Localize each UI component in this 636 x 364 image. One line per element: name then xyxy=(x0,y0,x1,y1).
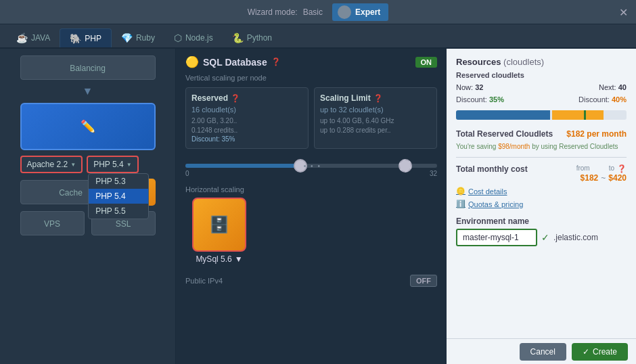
cloudlets-slider[interactable]: • • • 0 32 xyxy=(185,156,437,176)
section-title: SQL Database xyxy=(203,57,267,68)
quotas-pricing-text: Quotas & pricing xyxy=(468,200,523,208)
discount-row: Discount: 35% Discount: 40% xyxy=(456,95,627,104)
close-button[interactable]: ✕ xyxy=(619,5,628,18)
reserved-cloudlets-label: Reserved cloudlets xyxy=(456,71,627,79)
progress-yellow xyxy=(552,110,604,120)
discount-now: Discount: 35% xyxy=(456,95,504,104)
slider-max-label: 32 xyxy=(430,170,437,177)
ruby-icon: 💎 xyxy=(121,32,133,43)
reserved-card-info2: 0.1248 credits.. xyxy=(191,126,302,135)
mysql-icon-wrapper: 🗄️ xyxy=(192,198,246,252)
cost-to: $420 xyxy=(608,173,627,183)
pencil-icon: ✏️ xyxy=(81,119,95,134)
middle-panel: 🟡 SQL Database ❓ ON Vertical scaling per… xyxy=(176,49,447,364)
apache-dropdown-arrow: ▼ xyxy=(70,162,76,168)
tab-nodejs[interactable]: ⬡ Node.js xyxy=(164,28,223,47)
wizard-expert[interactable]: Expert xyxy=(332,3,388,21)
main-content: Balancing ▼ ✏️ Apache 2.2 ▼ PHP 5.4 ▼ PH… xyxy=(0,49,636,364)
tab-java[interactable]: ☕ JAVA xyxy=(7,28,60,47)
resources-title: Resources (cloudlets) xyxy=(456,57,544,67)
php-dropdown-arrow: ▼ xyxy=(127,162,132,168)
mysql-label-text: MySql 5.6 xyxy=(196,254,231,264)
discount-label-now: Discount: xyxy=(456,95,487,104)
mysql-icon: 🗄️ xyxy=(209,215,229,234)
mysql-area: 🗄️ MySql 5.6 ▼ xyxy=(185,198,253,264)
discount-label-next: Discount: xyxy=(578,95,610,104)
create-button[interactable]: ✓ Create xyxy=(572,343,628,361)
wizard-bar: Wizard mode: Basic Expert ✕ xyxy=(0,0,636,24)
reserved-title-text: Reserved xyxy=(191,93,228,103)
section-help-icon[interactable]: ❓ xyxy=(271,58,281,66)
language-tabs: ☕ JAVA 🐘 PHP 💎 Ruby ⬡ Node.js 🐍 Python xyxy=(0,24,636,49)
next-label: Next: 40 xyxy=(599,83,627,91)
from-label: from xyxy=(576,164,590,173)
vps-button[interactable]: VPS xyxy=(20,211,85,235)
discount-now-val: 35% xyxy=(489,95,504,104)
saving-text-prefix: You're saving xyxy=(456,143,498,150)
scaling-title-text: Scaling Limit xyxy=(320,93,371,103)
from-to-labels: from to ❓ xyxy=(576,164,627,173)
tab-java-label: JAVA xyxy=(31,33,50,43)
scaling-card-title: Scaling Limit ❓ xyxy=(320,93,431,103)
apache-version-label: Apache 2.2 xyxy=(27,160,68,169)
divider xyxy=(456,157,627,158)
env-name-row: ✓ .jelastic.com xyxy=(456,229,627,246)
now-val: 32 xyxy=(475,83,483,91)
saving-val: $98/month xyxy=(498,143,530,150)
slider-fill xyxy=(185,164,298,168)
scaling-help-icon[interactable]: ❓ xyxy=(373,94,383,103)
reserved-card-title: Reserved ❓ xyxy=(191,93,302,103)
now-label-text: Now: xyxy=(456,83,473,91)
reserved-card-discount: Discount: 35% xyxy=(191,135,302,143)
php-version-dropdown[interactable]: PHP 5.4 ▼ PHP 5.3 PHP 5.4 PHP 5.5 xyxy=(87,156,138,173)
cloudlets-progress-bar xyxy=(456,110,627,120)
reserved-card-info1: 2.00 GB, 3.20.. xyxy=(191,116,302,126)
wizard-mode-label: Wizard mode: xyxy=(248,7,298,17)
nodejs-icon: ⬡ xyxy=(174,32,182,43)
env-domain: .jelastic.com xyxy=(553,233,598,242)
horizontal-scaling-label: Horizontal scaling xyxy=(185,185,437,194)
tab-nodejs-label: Node.js xyxy=(185,33,213,43)
scaling-card-subtitle: up to 32 cloudlet(s) xyxy=(320,106,431,114)
resources-sub: (cloudlets) xyxy=(503,57,544,67)
env-name-input[interactable] xyxy=(456,229,537,246)
wizard-expert-label: Expert xyxy=(355,7,380,17)
cost-help-icon[interactable]: ❓ xyxy=(617,164,627,173)
create-label: Create xyxy=(593,347,617,357)
resources-title-text: Resources xyxy=(456,57,501,67)
php-option-55[interactable]: PHP 5.5 xyxy=(89,204,148,219)
tab-python[interactable]: 🐍 Python xyxy=(223,28,281,47)
sql-database-header: 🟡 SQL Database ❓ ON xyxy=(185,55,437,68)
php-version-label: PHP 5.4 xyxy=(93,160,123,169)
toggle-off[interactable]: OFF xyxy=(410,275,437,287)
down-arrow-icon: ▼ xyxy=(83,85,93,97)
env-name-section: Environment name ✓ .jelastic.com xyxy=(456,217,627,246)
tab-php[interactable]: 🐘 PHP xyxy=(60,28,112,47)
cancel-button[interactable]: Cancel xyxy=(520,343,566,361)
scaling-limit-card: Scaling Limit ❓ up to 32 cloudlet(s) up … xyxy=(314,87,437,149)
scaling-cards: Reserved ❓ 16 cloudlet(s) 2.00 GB, 3.20.… xyxy=(185,87,437,149)
wizard-avatar xyxy=(338,5,351,19)
saving-text-suffix: by using Reserved Cloudlets xyxy=(532,143,618,150)
apache-version-dropdown[interactable]: Apache 2.2 ▼ xyxy=(20,156,83,173)
right-panel: Resources (cloudlets) Reserved cloudlets… xyxy=(447,49,636,364)
create-check-icon: ✓ xyxy=(583,347,589,357)
php-option-53[interactable]: PHP 5.3 xyxy=(89,174,148,189)
slider-min-label: 0 xyxy=(185,170,189,177)
monthly-cost-label: Total monthly cost xyxy=(456,164,528,174)
mysql-dropdown-arrow[interactable]: ▼ xyxy=(235,254,243,264)
cost-arrow: ~ xyxy=(601,173,606,183)
wizard-basic[interactable]: Basic xyxy=(303,7,323,17)
python-icon: 🐍 xyxy=(232,32,244,43)
toggle-on[interactable]: ON xyxy=(415,57,438,68)
balancing-button[interactable]: Balancing xyxy=(20,55,156,80)
slider-end-thumb[interactable] xyxy=(399,159,412,173)
tab-python-label: Python xyxy=(247,33,272,43)
monthly-cost-section: Total monthly cost from to ❓ $182 ~ $420 xyxy=(456,164,627,183)
quotas-pricing-link[interactable]: ℹ️ Quotas & pricing xyxy=(456,200,627,208)
apache-block: ✏️ xyxy=(20,103,156,150)
php-option-54[interactable]: PHP 5.4 xyxy=(89,189,148,204)
tab-ruby[interactable]: 💎 Ruby xyxy=(112,28,164,47)
cost-details-link[interactable]: 🪙 Cost details xyxy=(456,187,627,196)
reserved-help-icon[interactable]: ❓ xyxy=(231,94,240,103)
